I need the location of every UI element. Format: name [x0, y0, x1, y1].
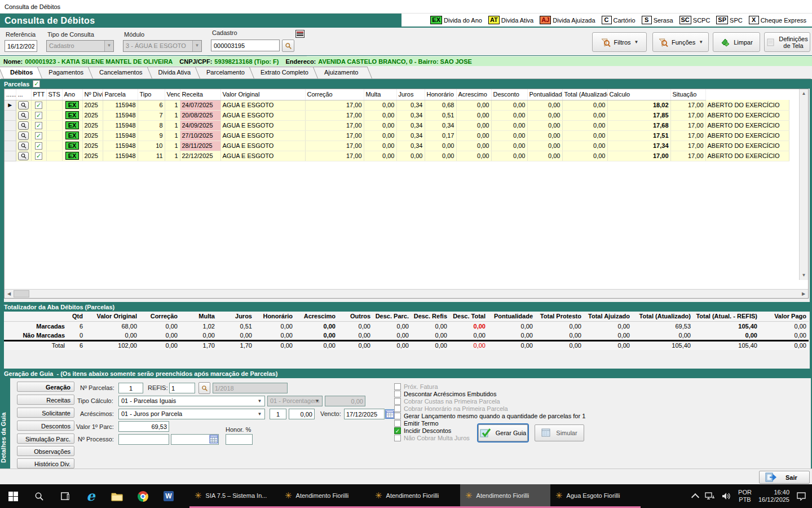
task-view-button[interactable]	[52, 484, 78, 508]
guia-sidebar-receitas[interactable]: Receitas	[17, 395, 74, 405]
tab-extrato-completo[interactable]: Extrato Completo	[254, 67, 322, 78]
grid-column-header[interactable]: Honorário	[425, 89, 456, 100]
tab-ajuizamento[interactable]: Ajuizamento	[317, 67, 372, 78]
guia-option-checkbox[interactable]: ✓	[394, 427, 401, 434]
grid-column-header[interactable]: STS	[46, 89, 62, 100]
honor-input[interactable]	[226, 434, 253, 445]
scrollbar-thumb[interactable]	[14, 290, 29, 297]
guia-sidebar-descontos[interactable]: Descontos	[17, 421, 74, 431]
grid-column-header[interactable]: Receita	[180, 89, 220, 100]
refis-input[interactable]	[169, 383, 195, 393]
taskbar-app[interactable]: ✳Atendimento Fiorilli	[370, 484, 460, 508]
taskbar-app[interactable]: ✳SIA 7.5 – Sistema In...	[189, 484, 280, 508]
acrescimos-select[interactable]: 01 - Juros por Parcela▼	[118, 409, 265, 419]
grid-column-header[interactable]: ......	[5, 89, 16, 100]
taskbar-app[interactable]: ✳Agua Esgoto Fiorilli	[550, 484, 641, 508]
row-search-button[interactable]	[18, 152, 29, 160]
row-selector[interactable]	[5, 130, 16, 141]
vencto-input[interactable]	[344, 409, 385, 419]
n-parcelas-input[interactable]	[118, 383, 143, 393]
horizontal-scrollbar[interactable]: ◀ ▶	[5, 289, 808, 298]
grid-column-header[interactable]: Multa	[364, 89, 396, 100]
guia-sidebar-observa-es[interactable]: Observações	[17, 446, 74, 456]
grid-column-header[interactable]: PTT	[31, 89, 46, 100]
guia-option-checkbox[interactable]	[394, 413, 401, 419]
word-button[interactable]: W	[156, 484, 182, 508]
grid-column-header[interactable]: Juros	[396, 89, 425, 100]
grid-column-header[interactable]: Parcela	[103, 89, 138, 100]
calendar-icon[interactable]	[385, 409, 395, 419]
grid-column-header[interactable]: ...	[16, 89, 31, 100]
valor1-input[interactable]	[118, 421, 169, 432]
taskbar-app[interactable]: ✳Atendimento Fiorilli	[280, 484, 370, 508]
start-button[interactable]	[0, 484, 26, 508]
row-search-button[interactable]	[18, 142, 29, 150]
clock[interactable]: 16:4016/12/2025	[758, 489, 789, 503]
scroll-left-icon[interactable]: ◀	[5, 290, 14, 298]
grid-column-header[interactable]: Calculo	[607, 89, 670, 100]
grid-column-header[interactable]: Situação	[670, 89, 705, 100]
scroll-right-icon[interactable]: ▶	[799, 290, 808, 298]
row-selector[interactable]: ▶	[5, 100, 16, 110]
guia-sidebar-gera-o[interactable]: Geração	[17, 382, 74, 392]
scroll-down-icon[interactable]: ▼	[800, 271, 808, 280]
detalhes-guia-tab[interactable]: Detalhes da Guia	[1, 378, 10, 468]
grid-column-header[interactable]: Vencimento	[165, 89, 180, 100]
row-checkbox[interactable]	[35, 122, 42, 129]
row-selector[interactable]	[5, 151, 16, 161]
calculator-icon[interactable]	[209, 435, 218, 444]
grid-column-header[interactable]: Pontualidade	[527, 89, 562, 100]
row-search-button[interactable]	[18, 132, 29, 140]
row-checkbox[interactable]	[35, 132, 42, 139]
row-selector[interactable]	[5, 120, 16, 130]
acrescimos-valor-input[interactable]	[289, 409, 315, 419]
cadastro-search-button[interactable]	[282, 40, 294, 52]
definicoes-tela-button[interactable]: Definiçõesde Tela	[764, 32, 810, 52]
chrome-button[interactable]	[130, 484, 156, 508]
guia-option-checkbox[interactable]	[394, 391, 401, 397]
limpar-button[interactable]: Limpar	[713, 32, 760, 52]
guia-sidebar-hist-rico-div-[interactable]: Histórico Div.	[17, 458, 74, 468]
network-icon[interactable]	[705, 492, 715, 500]
row-search-button[interactable]	[18, 121, 29, 130]
refis-search-button[interactable]	[198, 382, 210, 394]
tray-chevron-icon[interactable]	[691, 493, 699, 501]
filtros-button[interactable]: Filtros▼	[592, 32, 647, 52]
row-checkbox[interactable]	[35, 152, 42, 160]
funcoes-button[interactable]: Funções▼	[652, 32, 709, 52]
vertical-scrollbar[interactable]: ▲ ▼	[799, 89, 808, 280]
tab-cancelamentos[interactable]: Cancelamentos	[92, 67, 156, 78]
grid-column-header[interactable]: Total (Atualizado)	[562, 89, 607, 100]
row-checkbox[interactable]	[35, 112, 42, 119]
grid-column-header[interactable]: Nº Divida	[82, 89, 103, 100]
tipo-calculo-select[interactable]: 01 - Parcelas Iguais▼	[118, 396, 265, 406]
row-search-button[interactable]	[18, 101, 29, 110]
row-checkbox[interactable]	[35, 142, 42, 150]
guia-sidebar-simula-o-parc-[interactable]: Simulação Parc.	[17, 433, 74, 444]
row-checkbox[interactable]	[35, 102, 42, 109]
grid-column-header[interactable]: Valor Original	[220, 89, 305, 100]
speaker-icon[interactable]	[722, 492, 731, 500]
modulo-select[interactable]: 3 - ÁGUA E ESGOTO▼	[123, 40, 202, 52]
scroll-up-icon[interactable]: ▲	[800, 89, 808, 98]
referencia-input[interactable]	[5, 40, 37, 52]
notification-icon[interactable]	[796, 492, 806, 501]
file-explorer-button[interactable]	[104, 484, 130, 508]
row-selector[interactable]	[5, 141, 16, 151]
grid-column-header[interactable]: Acrescimo	[456, 89, 491, 100]
processo-input[interactable]	[118, 434, 169, 445]
acrescimos-qtd-input[interactable]	[270, 409, 286, 419]
cadastro-input[interactable]	[211, 40, 280, 51]
grid-column-header[interactable]: Desconto	[491, 89, 527, 100]
row-search-button[interactable]	[18, 111, 29, 120]
language-indicator[interactable]: PORPTB	[738, 489, 752, 503]
taskbar-app[interactable]: ✳Atendimento Fiorilli	[460, 484, 550, 508]
grid-column-header[interactable]: Tipo	[138, 89, 165, 100]
internet-explorer-button[interactable]: e	[78, 484, 104, 508]
grid-column-header[interactable]: Correção	[305, 89, 364, 100]
row-selector[interactable]	[5, 110, 16, 120]
parcelas-checkbox[interactable]	[33, 80, 40, 87]
taskbar-search-button[interactable]	[26, 484, 52, 508]
simular-button[interactable]: Simular	[535, 424, 584, 441]
grid-column-header[interactable]: Ano	[62, 89, 82, 100]
